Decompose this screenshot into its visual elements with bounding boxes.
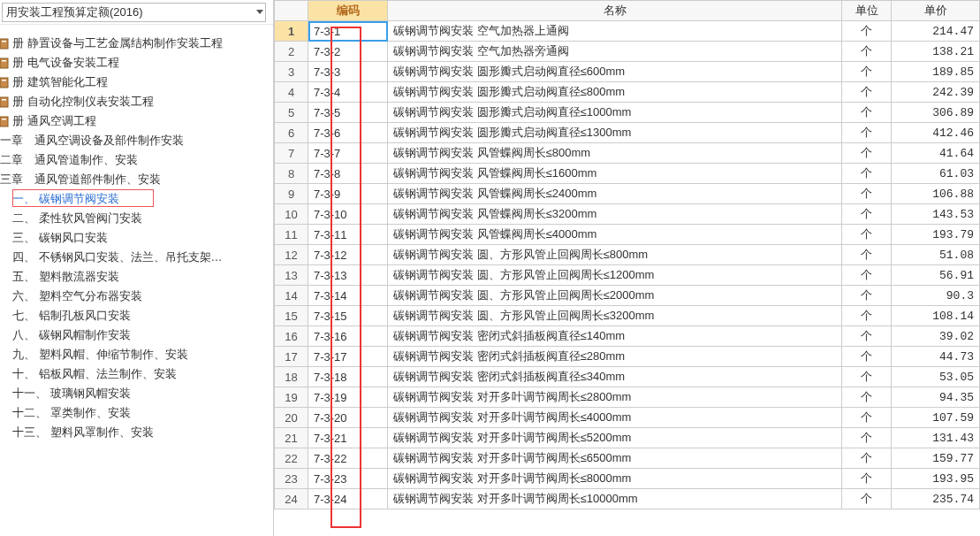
code-cell[interactable]: 7-3-22: [308, 448, 388, 469]
unit-cell[interactable]: 个: [842, 164, 892, 184]
price-cell[interactable]: 193.95: [892, 469, 980, 489]
tree-item[interactable]: 二、 柔性软风管阀门安装: [0, 209, 273, 228]
name-cell[interactable]: 碳钢调节阀安装 空气加热器上通阀: [388, 21, 842, 42]
table-row[interactable]: 157-3-15碳钢调节阀安装 圆、方形风管止回阀周长≤3200mm个108.1…: [275, 306, 980, 326]
table-row[interactable]: 207-3-20碳钢调节阀安装 对开多叶调节阀周长≤4000mm个107.59: [275, 408, 980, 428]
table-row[interactable]: 197-3-19碳钢调节阀安装 对开多叶调节阀周长≤2800mm个94.35: [275, 387, 980, 408]
table-row[interactable]: 117-3-11碳钢调节阀安装 风管蝶阀周长≤4000mm个193.79: [275, 225, 980, 245]
name-cell[interactable]: 碳钢调节阀安装 风管蝶阀周长≤800mm: [388, 143, 842, 164]
code-cell[interactable]: 7-3-14: [308, 286, 388, 306]
code-cell[interactable]: 7-3-13: [308, 265, 388, 286]
tree-item[interactable]: 五、 塑料散流器安装: [0, 267, 273, 287]
grid-header-rownum[interactable]: [275, 1, 308, 21]
tree-item[interactable]: 册 电气设备安装工程: [0, 53, 273, 73]
tree-item[interactable]: 册 静置设备与工艺金属结构制作安装工程: [0, 34, 273, 53]
name-cell[interactable]: 碳钢调节阀安装 风管蝶阀周长≤2400mm: [388, 184, 842, 204]
row-number-cell[interactable]: 20: [275, 408, 308, 428]
table-row[interactable]: 227-3-22碳钢调节阀安装 对开多叶调节阀周长≤6500mm个159.77: [275, 448, 980, 469]
row-number-cell[interactable]: 7: [275, 143, 308, 164]
row-number-cell[interactable]: 14: [275, 286, 308, 306]
price-cell[interactable]: 189.85: [892, 62, 980, 82]
price-cell[interactable]: 94.35: [892, 387, 980, 408]
tree-item[interactable]: 九、 塑料风帽、伸缩节制作、安装: [0, 345, 273, 364]
table-row[interactable]: 27-3-2碳钢调节阀安装 空气加热器旁通阀个138.21: [275, 42, 980, 62]
grid-header-price[interactable]: 单价: [892, 1, 980, 21]
unit-cell[interactable]: 个: [842, 225, 892, 245]
table-row[interactable]: 97-3-9碳钢调节阀安装 风管蝶阀周长≤2400mm个106.88: [275, 184, 980, 204]
tree-item[interactable]: 六、 塑料空气分布器安装: [0, 287, 273, 306]
row-number-cell[interactable]: 21: [275, 428, 308, 448]
table-row[interactable]: 67-3-6碳钢调节阀安装 圆形瓣式启动阀直径≤1300mm个412.46: [275, 123, 980, 143]
row-number-cell[interactable]: 11: [275, 225, 308, 245]
price-cell[interactable]: 242.39: [892, 82, 980, 103]
table-row[interactable]: 37-3-3碳钢调节阀安装 圆形瓣式启动阀直径≤600mm个189.85: [275, 62, 980, 82]
price-cell[interactable]: 306.89: [892, 103, 980, 123]
unit-cell[interactable]: 个: [842, 143, 892, 164]
price-cell[interactable]: 107.59: [892, 408, 980, 428]
quota-dropdown[interactable]: 用安装工程预算定额(2016): [2, 3, 266, 22]
row-number-cell[interactable]: 19: [275, 387, 308, 408]
tree-item[interactable]: 三章 通风管道部件制作、安装: [0, 170, 273, 189]
price-cell[interactable]: 39.02: [892, 326, 980, 347]
price-cell[interactable]: 90.3: [892, 286, 980, 306]
code-cell[interactable]: 7-3-12: [308, 245, 388, 265]
unit-cell[interactable]: 个: [842, 123, 892, 143]
unit-cell[interactable]: 个: [842, 62, 892, 82]
table-row[interactable]: 137-3-13碳钢调节阀安装 圆、方形风管止回阀周长≤1200mm个56.91: [275, 265, 980, 286]
row-number-cell[interactable]: 2: [275, 42, 308, 62]
code-cell[interactable]: 7-3-5: [308, 103, 388, 123]
row-number-cell[interactable]: 9: [275, 184, 308, 204]
price-cell[interactable]: 44.73: [892, 347, 980, 367]
grid-header-code[interactable]: 编码: [308, 1, 388, 21]
tree-item[interactable]: 十三、 塑料风罩制作、安装: [0, 423, 273, 442]
name-cell[interactable]: 碳钢调节阀安装 密闭式斜插板阀直径≤340mm: [388, 367, 842, 387]
tree-item[interactable]: 二章 通风管道制作、安装: [0, 150, 273, 170]
tree-item[interactable]: 八、 碳钢风帽制作安装: [0, 325, 273, 345]
table-row[interactable]: 147-3-14碳钢调节阀安装 圆、方形风管止回阀周长≤2000mm个90.3: [275, 286, 980, 306]
price-cell[interactable]: 214.47: [892, 21, 980, 42]
code-cell[interactable]: 7-3-3: [308, 62, 388, 82]
unit-cell[interactable]: 个: [842, 326, 892, 347]
table-row[interactable]: 127-3-12碳钢调节阀安装 圆、方形风管止回阀周长≤800mm个51.08: [275, 245, 980, 265]
name-cell[interactable]: 碳钢调节阀安装 圆、方形风管止回阀周长≤800mm: [388, 245, 842, 265]
unit-cell[interactable]: 个: [842, 42, 892, 62]
tree-item[interactable]: 册 自动化控制仪表安装工程: [0, 92, 273, 111]
name-cell[interactable]: 碳钢调节阀安装 对开多叶调节阀周长≤8000mm: [388, 469, 842, 489]
unit-cell[interactable]: 个: [842, 184, 892, 204]
code-cell[interactable]: 7-3-8: [308, 164, 388, 184]
code-cell[interactable]: 7-3-18: [308, 367, 388, 387]
code-cell[interactable]: 7-3-24: [308, 489, 388, 509]
table-row[interactable]: 77-3-7碳钢调节阀安装 风管蝶阀周长≤800mm个41.64: [275, 143, 980, 164]
price-cell[interactable]: 106.88: [892, 184, 980, 204]
code-cell[interactable]: 7-3-15: [308, 306, 388, 326]
row-number-cell[interactable]: 10: [275, 204, 308, 225]
code-cell[interactable]: 7-3-11: [308, 225, 388, 245]
table-row[interactable]: 237-3-23碳钢调节阀安装 对开多叶调节阀周长≤8000mm个193.95: [275, 469, 980, 489]
price-cell[interactable]: 56.91: [892, 265, 980, 286]
row-number-cell[interactable]: 6: [275, 123, 308, 143]
tree-item[interactable]: 四、 不锈钢风口安装、法兰、吊托支架…: [0, 248, 273, 267]
table-row[interactable]: 167-3-16碳钢调节阀安装 密闭式斜插板阀直径≤140mm个39.02: [275, 326, 980, 347]
unit-cell[interactable]: 个: [842, 489, 892, 509]
code-cell[interactable]: 7-3-19: [308, 387, 388, 408]
tree-item[interactable]: 册 通风空调工程: [0, 111, 273, 131]
table-row[interactable]: 177-3-17碳钢调节阀安装 密闭式斜插板阀直径≤280mm个44.73: [275, 347, 980, 367]
price-cell[interactable]: 131.43: [892, 428, 980, 448]
code-cell[interactable]: 7-3-7: [308, 143, 388, 164]
name-cell[interactable]: 碳钢调节阀安装 对开多叶调节阀周长≤4000mm: [388, 408, 842, 428]
unit-cell[interactable]: 个: [842, 204, 892, 225]
price-cell[interactable]: 193.79: [892, 225, 980, 245]
row-number-cell[interactable]: 22: [275, 448, 308, 469]
code-cell[interactable]: 7-3-6: [308, 123, 388, 143]
grid-scroll[interactable]: 编码 名称 单位 单价 17-3-1碳钢调节阀安装 空气加热器上通阀个214.4…: [274, 0, 980, 536]
price-cell[interactable]: 108.14: [892, 306, 980, 326]
row-number-cell[interactable]: 23: [275, 469, 308, 489]
name-cell[interactable]: 碳钢调节阀安装 对开多叶调节阀周长≤6500mm: [388, 448, 842, 469]
unit-cell[interactable]: 个: [842, 347, 892, 367]
row-number-cell[interactable]: 15: [275, 306, 308, 326]
row-number-cell[interactable]: 18: [275, 367, 308, 387]
grid-header-name[interactable]: 名称: [388, 1, 842, 21]
tree-item[interactable]: 三、 碳钢风口安装: [0, 228, 273, 248]
grid-header-unit[interactable]: 单位: [842, 1, 892, 21]
name-cell[interactable]: 碳钢调节阀安装 圆、方形风管止回阀周长≤1200mm: [388, 265, 842, 286]
